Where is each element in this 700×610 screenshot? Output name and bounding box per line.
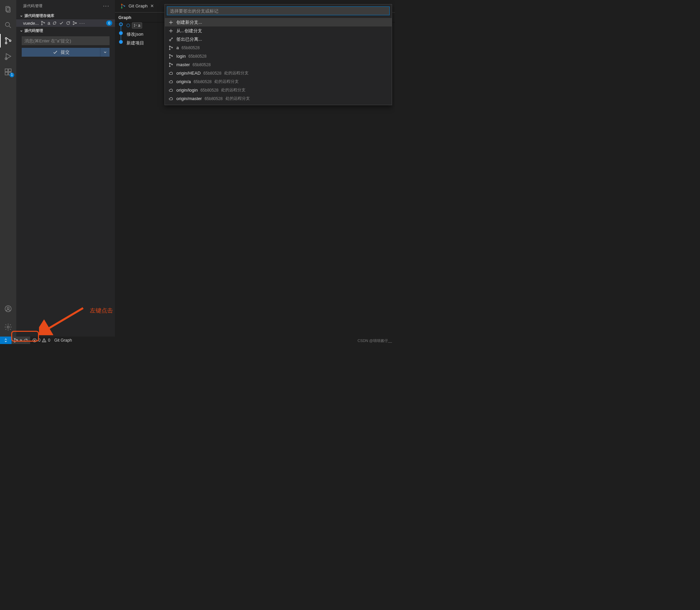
qp-hash: 65b80528	[205, 96, 223, 101]
qp-label: 签出已分离...	[176, 36, 202, 43]
graph-row[interactable]: a	[127, 22, 142, 29]
sidebar-title: 源代码管理	[23, 3, 43, 9]
status-git-graph[interactable]: Git Graph	[52, 337, 74, 344]
branch-icon	[168, 54, 174, 59]
activity-extensions[interactable]: 1	[0, 65, 16, 79]
qp-hash: 65b80528	[181, 46, 199, 50]
qp-hash: 65b80528	[194, 79, 212, 84]
qp-branch-label: origin/login	[176, 87, 198, 93]
activity-account[interactable]	[0, 302, 16, 316]
sync-icon[interactable]	[52, 21, 57, 26]
graph-row[interactable]: 新建项目	[127, 39, 144, 47]
svg-point-15	[7, 326, 9, 328]
svg-rect-1	[7, 7, 10, 12]
commit-dropdown[interactable]	[100, 48, 110, 57]
qp-branch-master[interactable]: master 65b80528	[165, 60, 392, 69]
branch-badge: a	[132, 22, 142, 29]
qp-remote-origin-master[interactable]: origin/master 65b80528 处的远程分支	[165, 94, 392, 103]
activity-explorer[interactable]	[0, 3, 16, 16]
branch-search-input[interactable]	[167, 6, 390, 15]
repo-changes-count: 0	[106, 20, 112, 26]
qp-checkout-detached[interactable]: 签出已分离...	[165, 35, 392, 44]
activity-search[interactable]	[0, 18, 16, 32]
extensions-badge: 1	[10, 73, 14, 77]
section-scm[interactable]: ⌄ 源代码管理	[16, 27, 115, 34]
repo-name: vuede...	[23, 21, 39, 26]
svg-point-33	[169, 57, 170, 58]
status-remote[interactable]	[0, 337, 12, 344]
graph-commit-dot[interactable]	[119, 31, 123, 35]
graph-header-label: Graph	[118, 15, 131, 20]
chevron-down-icon: ⌄	[19, 13, 24, 18]
svg-point-23	[121, 7, 123, 9]
qp-branch-login[interactable]: login 65b80528	[165, 52, 392, 60]
check-icon[interactable]	[59, 21, 64, 26]
status-git-graph-label: Git Graph	[54, 338, 72, 343]
commit-message-input[interactable]	[22, 36, 110, 45]
repo-more-icon[interactable]: ···	[79, 20, 85, 26]
graph-row[interactable]: 修改json	[127, 31, 144, 38]
cloud-icon	[168, 71, 174, 76]
qp-remote-origin-a[interactable]: origin/a 65b80528 处的远程分支	[165, 77, 392, 86]
svg-point-35	[169, 63, 170, 64]
svg-point-17	[42, 24, 43, 25]
close-icon[interactable]: ✕	[150, 3, 154, 9]
tab-git-graph[interactable]: Git Graph ✕	[117, 0, 157, 12]
qp-create-branch[interactable]: 创建新分支...	[165, 18, 392, 27]
svg-point-25	[134, 24, 135, 25]
svg-rect-9	[5, 69, 8, 71]
svg-point-4	[5, 38, 7, 39]
qp-remote-origin-head[interactable]: origin/HEAD 65b80528 处的远程分支	[165, 69, 392, 77]
branch-marker	[127, 24, 130, 27]
graph-commit-dot[interactable]	[119, 40, 123, 44]
section-scm-label: 源代码管理	[25, 28, 43, 33]
cloud-icon	[168, 96, 174, 101]
qp-hash: 65b80528	[200, 88, 218, 93]
commit-message: 修改json	[127, 31, 144, 37]
svg-point-30	[169, 49, 170, 50]
qp-label: 创建新分支...	[176, 19, 202, 26]
status-bar: a 0 0 Git Graph	[0, 337, 395, 344]
repo-row[interactable]: vuede... a ··· 0	[16, 19, 115, 27]
watermark: CSDN @喵喵酱仔__	[357, 338, 392, 343]
plus-icon	[168, 20, 174, 25]
qp-note: 处的远程分支	[214, 79, 239, 84]
detached-icon	[168, 37, 174, 42]
qp-remote-origin-login[interactable]: origin/login 65b80528 处的远程分支	[165, 86, 392, 94]
svg-point-27	[136, 25, 137, 26]
svg-point-19	[73, 21, 74, 22]
svg-point-26	[134, 26, 135, 27]
qp-branch-label: origin/a	[176, 79, 191, 84]
branch-quick-picker: 创建新分支... 从...创建分支 签出已分离... a 65b80528 lo…	[164, 4, 392, 105]
scm-sidebar: 源代码管理 ··· ⌄ 源代码管理存储库 vuede... a ··· 0 ⌄ …	[16, 0, 115, 337]
commit-message-wrap	[22, 36, 110, 45]
activity-scm[interactable]	[0, 34, 16, 48]
svg-point-36	[169, 66, 170, 67]
git-graph-icon	[120, 3, 126, 9]
qp-branch-label: master	[176, 62, 190, 67]
svg-point-21	[76, 23, 77, 24]
sidebar-more-icon[interactable]: ···	[103, 3, 110, 9]
svg-point-28	[169, 39, 170, 41]
branch-icon	[168, 46, 174, 50]
chevron-down-icon: ⌄	[19, 28, 24, 33]
qp-note: 处的远程分支	[224, 70, 249, 76]
section-repos[interactable]: ⌄ 源代码管理存储库	[16, 12, 115, 19]
activity-run[interactable]	[0, 50, 16, 63]
tree-icon[interactable]	[72, 21, 77, 26]
qp-hash: 65b80528	[204, 71, 222, 76]
annotation-left-click: 左键点击	[90, 307, 113, 315]
svg-point-32	[169, 54, 170, 55]
graph-commit-dot[interactable]	[119, 22, 123, 26]
refresh-icon[interactable]	[66, 21, 70, 26]
section-repos-label: 源代码管理存储库	[25, 13, 54, 18]
qp-hash: 65b80528	[193, 62, 211, 67]
commit-button-label: 提交	[61, 49, 69, 55]
svg-point-14	[7, 307, 9, 309]
qp-create-from[interactable]: 从...创建分支	[165, 27, 392, 35]
qp-branch-a[interactable]: a 65b80528	[165, 44, 392, 52]
branch-badge-label: a	[138, 23, 141, 28]
svg-point-20	[73, 24, 74, 25]
commit-button[interactable]: 提交	[22, 48, 100, 57]
qp-hash: 65b80528	[188, 54, 206, 59]
